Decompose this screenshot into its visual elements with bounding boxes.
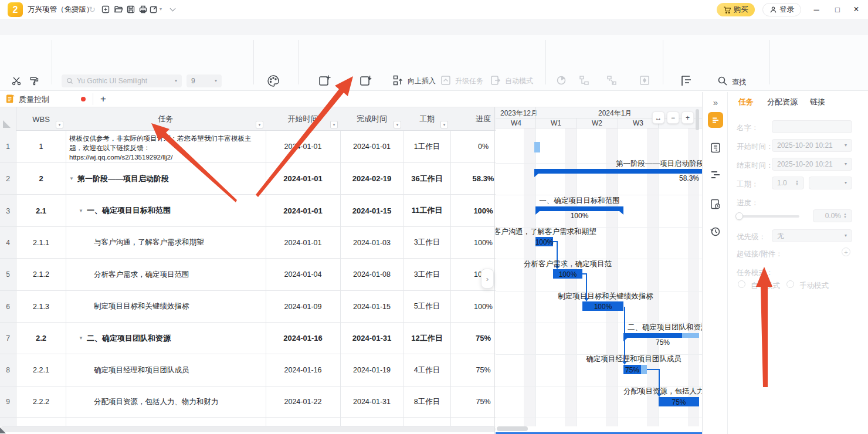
- progress-cell[interactable]: 100%: [450, 291, 496, 322]
- duration-cell[interactable]: 3工作日: [404, 259, 450, 290]
- start-cell[interactable]: 2024-01-09: [266, 291, 340, 322]
- window-minimize-button[interactable]: ─: [810, 4, 823, 15]
- task-cell[interactable]: 确定项目经理和项目团队成员: [66, 354, 266, 386]
- gantt-vertical-scrollbar[interactable]: [696, 109, 699, 130]
- progress-cell[interactable]: 75%: [450, 386, 496, 417]
- undo-button[interactable]: ↺▾: [67, 4, 80, 15]
- start-cell[interactable]: 2024-01-16: [266, 354, 340, 386]
- add-attachment-button[interactable]: +: [842, 247, 850, 256]
- unlink-button[interactable]: [605, 73, 618, 88]
- progress-slider[interactable]: [737, 215, 799, 218]
- redo-button[interactable]: ↻: [86, 4, 99, 15]
- name-input[interactable]: [772, 120, 852, 133]
- wbs-cell[interactable]: 2: [16, 163, 66, 194]
- stepper-arrows-icon[interactable]: ▲▼: [795, 180, 799, 186]
- tab-task[interactable]: 任务: [738, 97, 754, 107]
- gantt-zoom-in-button[interactable]: +: [681, 111, 694, 124]
- finish-cell[interactable]: 2024-01-31: [340, 323, 404, 354]
- milestone-button[interactable]: [638, 73, 651, 88]
- start-cell[interactable]: 2024-01-16: [266, 323, 340, 354]
- start-cell[interactable]: 2024-01-01: [266, 163, 340, 194]
- strip-history-icon[interactable]: [709, 225, 722, 239]
- duration-cell[interactable]: 3工作日: [404, 227, 450, 258]
- task-cell[interactable]: ▼第一阶段——项目启动阶段: [66, 163, 266, 194]
- task-cell[interactable]: 分配项目资源，包括人力、物力和财力: [66, 386, 266, 417]
- task-cell[interactable]: 分析客户需求，确定项目范围: [66, 259, 266, 290]
- scrollbar-corner-handle[interactable]: [0, 428, 6, 433]
- progress-cell[interactable]: 75%: [450, 323, 496, 354]
- gantt-bar[interactable]: [534, 142, 540, 152]
- collapse-toggle-icon[interactable]: ▼: [79, 335, 83, 341]
- start-cell[interactable]: 2024-01-04: [266, 259, 340, 290]
- table-color-button[interactable]: [263, 73, 284, 89]
- progress-cell[interactable]: 75%: [450, 354, 496, 386]
- finish-cell[interactable]: 2024-01-08: [340, 259, 404, 290]
- progress-button[interactable]: [555, 73, 568, 88]
- font-family-select[interactable]: Yu Gothic UI Semilight ▾: [62, 74, 182, 87]
- row-number[interactable]: 1: [0, 131, 16, 162]
- auto-mode-radio[interactable]: [738, 280, 745, 288]
- filter-button[interactable]: ▾: [440, 121, 448, 128]
- task-cell[interactable]: ▼二、确定项目团队和资源: [66, 323, 266, 354]
- strip-notes-icon[interactable]: [709, 141, 722, 155]
- wbs-cell[interactable]: 2.1.2: [16, 259, 66, 290]
- window-close-button[interactable]: ×: [850, 4, 863, 15]
- insert-above-button[interactable]: [391, 74, 405, 87]
- task-cell[interactable]: 模板仅供参考，非实际的项目计划；若您希望我们丰富模板主题，欢迎在以下链接反馈：h…: [66, 131, 266, 162]
- promote-task-button[interactable]: [439, 74, 453, 87]
- task-cell[interactable]: 制定项目目标和关键绩效指标: [66, 291, 266, 322]
- wbs-cell[interactable]: 2.1: [16, 195, 66, 226]
- export-button[interactable]: ▾: [149, 4, 162, 15]
- start-cell[interactable]: 2024-01-01: [266, 195, 340, 226]
- row-number[interactable]: 9: [0, 386, 16, 417]
- add-sheet-button[interactable]: +: [96, 92, 110, 106]
- cut-button[interactable]: [9, 74, 23, 88]
- wbs-cell[interactable]: 2.1.1: [16, 227, 66, 258]
- row-number[interactable]: 8: [0, 354, 16, 386]
- window-maximize-button[interactable]: □: [831, 4, 844, 15]
- slider-handle[interactable]: [735, 212, 743, 220]
- wbs-cell[interactable]: 2.2.2: [16, 386, 66, 417]
- filter-button[interactable]: ▾: [256, 121, 263, 128]
- buy-button[interactable]: 购买: [717, 3, 755, 16]
- gantt-summary-bar[interactable]: [534, 169, 702, 174]
- start-cell[interactable]: 2024-01-22: [266, 386, 340, 417]
- gantt-horizontal-scrollbar[interactable]: [497, 426, 528, 431]
- filter-button[interactable]: ▾: [56, 121, 63, 128]
- row-number[interactable]: 6: [0, 291, 16, 322]
- wbs-cell[interactable]: 2.2.1: [16, 354, 66, 386]
- manual-mode-radio[interactable]: [786, 280, 794, 288]
- open-file-button[interactable]: [112, 4, 125, 15]
- duration-stepper[interactable]: 1.0▲▼: [772, 177, 804, 189]
- start-cell[interactable]: 2024-01-01: [266, 131, 340, 162]
- stepper-arrows-icon[interactable]: ▲▼: [843, 213, 847, 219]
- find-button[interactable]: [717, 75, 728, 87]
- start-time-select[interactable]: 2025-10-20 10:21▾: [772, 139, 852, 152]
- login-button[interactable]: 登录: [762, 3, 801, 16]
- strip-task-panel-icon[interactable]: [708, 112, 723, 128]
- task-cell[interactable]: ▼一、确定项目目标和范围: [66, 195, 266, 226]
- row-number[interactable]: 3: [0, 195, 16, 226]
- save-button[interactable]: [124, 4, 137, 15]
- horizontal-scrollbar[interactable]: [0, 426, 496, 432]
- duration-cell[interactable]: 11工作日: [404, 195, 450, 226]
- collapse-toggle-icon[interactable]: ▼: [69, 176, 74, 181]
- duration-cell[interactable]: 36工作日: [404, 163, 450, 194]
- gantt-zoom-out-button[interactable]: −: [667, 111, 679, 124]
- priority-select[interactable]: 无▾: [772, 229, 852, 242]
- filter-button[interactable]: ▾: [394, 121, 401, 128]
- finish-cell[interactable]: 2024-01-15: [340, 291, 404, 322]
- strip-baseline-icon[interactable]: [709, 197, 722, 211]
- duration-cell[interactable]: 8工作日: [404, 386, 450, 417]
- progress-cell[interactable]: 0%: [450, 131, 496, 162]
- font-size-select[interactable]: 9 ▾: [187, 74, 222, 87]
- collapse-table-button[interactable]: ›: [481, 269, 494, 289]
- new-file-button[interactable]: [99, 4, 112, 15]
- progress-cell[interactable]: 100%: [450, 195, 496, 226]
- select-all-corner[interactable]: [0, 107, 16, 131]
- end-time-select[interactable]: 2025-10-20 10:21▾: [772, 158, 852, 171]
- finish-cell[interactable]: 2024-02-19: [340, 163, 404, 194]
- gantt-summary-bar[interactable]: [535, 206, 623, 211]
- sheet-tab-quality-control[interactable]: 质量控制: [19, 94, 49, 105]
- wbs-cell[interactable]: 2.2: [16, 323, 66, 354]
